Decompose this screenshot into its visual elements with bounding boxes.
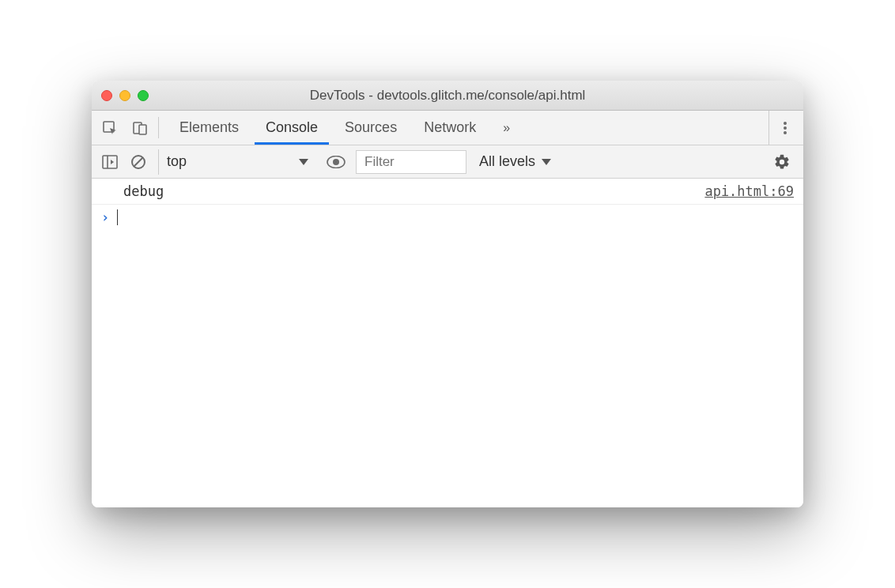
settings-menu-button[interactable] [768,111,800,145]
log-source-link[interactable]: api.html:69 [704,183,794,199]
divider [158,117,159,138]
console-prompt-row[interactable]: › [92,205,803,230]
chevron-down-icon [542,159,551,165]
levels-label: All levels [479,153,535,170]
close-window-button[interactable] [101,90,112,101]
chevron-down-icon [299,159,308,165]
traffic-lights [101,90,149,101]
log-levels-select[interactable]: All levels [471,153,559,170]
console-toolbar: top All levels [92,145,803,179]
tab-label: Elements [179,119,239,136]
devtools-window: DevTools - devtools.glitch.me/console/ap… [92,81,803,507]
context-label: top [167,153,187,170]
inspect-element-icon[interactable] [95,111,125,145]
tab-sources[interactable]: Sources [334,111,408,145]
tab-label: Console [266,119,318,136]
svg-point-4 [784,126,787,130]
live-expression-icon[interactable] [321,156,351,168]
more-tabs-button[interactable]: » [492,111,521,145]
log-message: debug [123,183,704,199]
svg-rect-6 [103,156,117,168]
clear-console-icon[interactable] [127,150,150,174]
main-tabs-bar: Elements Console Sources Network » [92,111,803,145]
svg-rect-2 [139,125,146,134]
titlebar: DevTools - devtools.glitch.me/console/ap… [92,81,803,111]
filter-input[interactable] [356,150,466,174]
console-log-row[interactable]: debug api.html:69 [92,179,803,205]
console-settings-icon[interactable] [767,153,797,171]
tab-elements[interactable]: Elements [168,111,250,145]
svg-point-11 [333,159,339,165]
window-title: DevTools - devtools.glitch.me/console/ap… [92,88,803,104]
console-output: debug api.html:69 › [92,179,803,507]
tab-label: Sources [345,119,397,136]
svg-point-5 [784,131,787,134]
maximize-window-button[interactable] [138,90,149,101]
toggle-console-sidebar-icon[interactable] [98,150,122,174]
panel-tabs: Elements Console Sources Network » [162,111,521,145]
device-toolbar-icon[interactable] [125,111,155,145]
tab-label: Network [424,119,476,136]
prompt-chevron-icon: › [101,209,109,225]
tab-network[interactable]: Network [413,111,487,145]
execution-context-select[interactable]: top [158,149,316,175]
minimize-window-button[interactable] [119,90,130,101]
svg-line-9 [134,157,143,166]
more-tabs-label: » [503,121,510,135]
text-cursor [117,209,118,225]
svg-point-3 [784,122,787,125]
tab-console[interactable]: Console [255,111,329,145]
